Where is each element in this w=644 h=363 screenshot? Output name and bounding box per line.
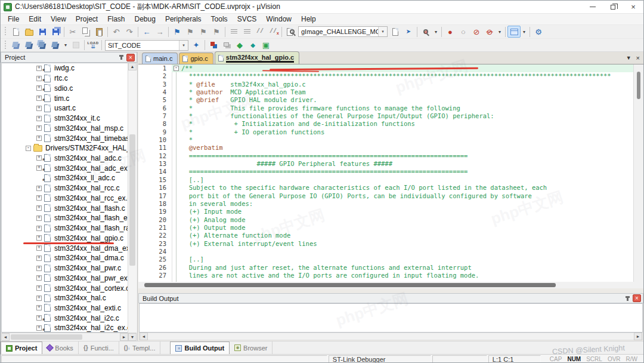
tree-item-stm32f4xx-hal-rcc-ex-c[interactable]: +stm32f4xx_hal_rcc_ex.c (2, 193, 136, 204)
menu-item-project[interactable]: Project (71, 14, 103, 24)
expand-icon[interactable]: + (36, 116, 42, 121)
toolbar-grip[interactable] (5, 27, 8, 36)
tree-item-stm32f4xx-ll-adc-c[interactable]: stm32f4xx_ll_adc.c (2, 173, 136, 183)
editor-vscrollbar[interactable] (633, 64, 643, 282)
build-output-content[interactable] (139, 303, 643, 333)
project-close-button[interactable]: × (126, 54, 135, 61)
paste-button[interactable] (92, 26, 106, 38)
tree-item-stm32f4xx-hal-dma-ex-c[interactable]: +stm32f4xx_hal_dma_ex.c (2, 243, 136, 253)
select-software-packs-button[interactable]: ◆ (233, 39, 246, 51)
project-tree-hscrollbar[interactable]: ◄ ► ▼ (1, 333, 137, 341)
tree-item-stm32f4xx-hal-timebase-t[interactable]: +stm32f4xx_hal_timebase_t (2, 133, 136, 143)
tree-item-stm32f4xx-hal-msp-c[interactable]: +stm32f4xx_hal_msp.c (2, 123, 136, 133)
scroll-left-icon[interactable]: ◄ (1, 333, 10, 341)
dock-tab-books[interactable]: Books (42, 342, 79, 354)
expand-icon[interactable]: + (36, 305, 42, 310)
bookmark-toggle-button[interactable]: ⚑ (171, 26, 184, 38)
batch-build-caret[interactable]: ▾ (62, 39, 69, 51)
tree-item-drivers-stm32f4xx-hal-driv[interactable]: -Drivers/STM32F4xx_HAL_Driv (2, 143, 136, 153)
file-extensions-button[interactable] (207, 39, 220, 51)
new-file-button[interactable] (10, 26, 23, 38)
editor-vscroll-thumb[interactable] (637, 72, 640, 99)
expand-icon[interactable]: + (36, 285, 42, 291)
dock-tab-templ-[interactable]: ()Templ... (119, 342, 161, 354)
translate-button[interactable] (10, 39, 23, 51)
tree-item-stm32f4xx-hal-cortex-c[interactable]: +stm32f4xx_hal_cortex.c (2, 283, 136, 293)
collapse-icon[interactable]: - (26, 146, 31, 151)
cut-button[interactable]: ✂ (66, 26, 79, 38)
navigate-back-button[interactable]: ← (140, 26, 153, 38)
tree-item-stm32f4xx-hal-i2c-ex-c[interactable]: +stm32f4xx_hal_i2c_ex.c (2, 323, 136, 333)
hscroll-thumb[interactable] (11, 334, 82, 340)
menu-item-help[interactable]: Help (296, 14, 321, 24)
menu-item-edit[interactable]: Edit (24, 14, 46, 24)
uncomment-button[interactable]: // (267, 26, 280, 38)
expand-icon[interactable]: + (36, 96, 42, 101)
tree-item-tim-c[interactable]: +tim.c (2, 93, 136, 103)
expand-icon[interactable]: + (36, 296, 42, 301)
tree-item-iwdg-c[interactable]: +iwdg.c (2, 63, 136, 73)
redo-button[interactable]: ↷ (123, 26, 136, 38)
tree-item-stm32f4xx-hal-c[interactable]: +stm32f4xx_hal.c (2, 293, 136, 303)
save-all-button[interactable] (49, 26, 62, 38)
dock-tab-functi-[interactable]: {}Functi... (79, 342, 119, 354)
build-output-hscrollbar[interactable]: ◄ ► (139, 333, 643, 340)
expand-icon[interactable]: + (36, 165, 42, 171)
copy-button[interactable] (79, 26, 92, 38)
project-tree-vscrollbar[interactable]: ▲ (128, 63, 137, 333)
expand-icon[interactable]: + (36, 325, 42, 331)
editor-tab-main-c[interactable]: main.c (142, 53, 178, 64)
debug-dialogs-caret[interactable]: ▾ (521, 26, 528, 38)
expand-icon[interactable]: + (36, 226, 42, 231)
expand-icon[interactable]: + (36, 205, 42, 211)
tree-item-stm32f4xx-hal-dma-c[interactable]: +stm32f4xx_hal_dma.c (2, 253, 136, 263)
menu-item-view[interactable]: View (46, 14, 71, 24)
expand-icon[interactable]: + (36, 106, 42, 111)
menu-item-debug[interactable]: Debug (130, 14, 160, 24)
tree-item-rtc-c[interactable]: +rtc.c (2, 73, 136, 84)
dock-tab-project[interactable]: Project (1, 342, 42, 354)
search-in-files-button[interactable] (389, 26, 402, 38)
build-output-close-button[interactable]: × (633, 294, 641, 302)
tree-item-stm32f4xx-hal-flash-ex-c[interactable]: +stm32f4xx_hal_flash_ex.c (2, 213, 136, 223)
tree-item-usart-c[interactable]: +usart.c (2, 103, 136, 113)
incremental-find-button[interactable]: ➤ (402, 26, 415, 38)
tab-close-icon[interactable]: × (636, 54, 640, 61)
menu-item-svcs[interactable]: SVCS (233, 14, 262, 24)
search-combobox[interactable]: gImage_CHALLENGE_MO▾ (298, 26, 388, 37)
bookmark-next-button[interactable]: ⚑ (197, 26, 210, 38)
chevron-down-icon[interactable]: ▾ (378, 27, 387, 36)
expand-icon[interactable]: + (36, 136, 42, 141)
bookmark-clear-all-button[interactable]: ⚑ (210, 26, 223, 38)
code-editor[interactable]: 1-/**2 *********************************… (138, 64, 643, 282)
expand-icon[interactable]: + (36, 216, 42, 221)
tree-item-stm32f4xx-it-c[interactable]: +stm32f4xx_it.c (2, 113, 136, 124)
stop-build-button[interactable] (69, 39, 82, 51)
open-file-button[interactable] (23, 26, 36, 38)
editor-tab-stm32f4xx_hal_gpio-c[interactable]: stm32f4xx_hal_gpio.c (215, 51, 299, 64)
expand-icon[interactable]: + (36, 125, 42, 131)
outdent-button[interactable] (240, 26, 253, 38)
dock-tab-build-output[interactable]: ≡Build Output (170, 342, 230, 354)
tree-item-stm32f4xx-hal-pwr-c[interactable]: +stm32f4xx_hal_pwr.c (2, 263, 136, 273)
fold-collapse-icon[interactable]: - (174, 66, 179, 71)
build-output-pin-button[interactable] (623, 294, 631, 303)
rebuild-button[interactable] (36, 39, 49, 51)
find-in-files-button[interactable] (284, 26, 297, 38)
editor-hscrollbar[interactable] (138, 282, 643, 288)
expand-icon[interactable]: + (36, 155, 42, 161)
expand-icon[interactable]: + (36, 245, 42, 251)
disable-all-breakpoints-button[interactable]: ⊘ (470, 26, 483, 38)
indent-button[interactable] (227, 26, 240, 38)
expand-icon[interactable]: + (36, 85, 42, 91)
expand-icon[interactable]: + (36, 275, 42, 281)
menu-item-peripherals[interactable]: Peripherals (160, 14, 206, 24)
menu-item-flash[interactable]: Flash (103, 14, 129, 24)
scroll-left-icon[interactable]: ◄ (140, 333, 148, 340)
scroll-right-icon[interactable]: ► (634, 333, 642, 340)
expand-icon[interactable]: + (36, 186, 42, 191)
restore-button[interactable] (603, 1, 623, 13)
find-caret[interactable]: ▾ (432, 26, 439, 38)
navigate-forward-button[interactable]: → (153, 26, 166, 38)
tree-item-stm32f4xx-hal-pwr-ex-c[interactable]: +stm32f4xx_hal_pwr_ex.c (2, 273, 136, 283)
